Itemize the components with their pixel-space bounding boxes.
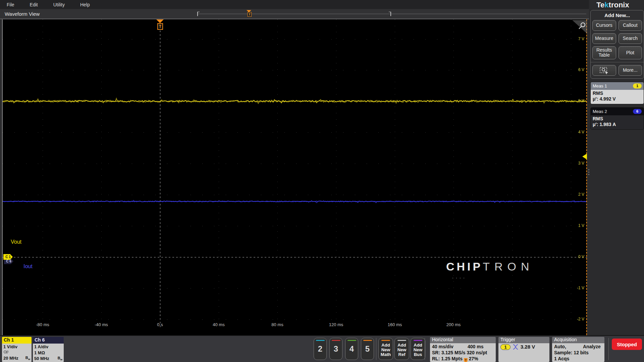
divider (425, 338, 425, 360)
meas-2-card[interactable]: Meas 2 6 RMS μ': 1.983 A (590, 107, 644, 130)
meas-2-type: RMS (593, 116, 642, 122)
record-window-bracket[interactable] (197, 12, 391, 16)
horizontal-record-length: RL: 1.25 Mpts (432, 356, 463, 361)
trigger-source-badge: 1 (500, 344, 511, 350)
acquisition-count: 1 Acqs (554, 356, 602, 362)
voltage-axis-label: 4 V (578, 130, 584, 134)
voltage-axis-label: 6 V (578, 67, 584, 72)
add-new-title: Add New... (592, 12, 642, 20)
oscilloscope-app: File Edit Utility Help Tektronix Wavefor… (0, 0, 644, 362)
waveform-graticule[interactable]: 7 V6 V5 V4 V3 V2 V1 V0 V-1 V-2 V-80 ms-4… (2, 19, 587, 335)
menu-help[interactable]: Help (80, 2, 90, 7)
plot-button[interactable]: Plot (619, 46, 642, 59)
horizontal-panel[interactable]: Horizontal 40 ms/div 400 ms SR: 3.125 MS… (430, 337, 496, 362)
trigger-position-icon: T (464, 358, 468, 362)
time-axis-label: -40 ms (95, 322, 108, 327)
ch6-bandwidth: 50 MHz (34, 356, 49, 361)
acquisition-mode: Auto, (554, 344, 566, 349)
trace-label-iout[interactable]: Iout (23, 263, 33, 269)
time-axis-label: 0 s (157, 322, 163, 327)
meas-1-source-badge: 1 (633, 83, 642, 88)
bw-limit-icon: Bw (25, 355, 30, 361)
watermark: CHIPTRON ···· (446, 260, 547, 273)
time-axis-label: 80 ms (271, 322, 283, 327)
acquisition-sample: Sample: 12 bits (554, 350, 602, 356)
voltage-axis-label: 7 V (578, 37, 584, 41)
horizontal-window: 400 ms (468, 344, 483, 350)
channel-2-button[interactable]: 2 (314, 338, 327, 360)
voltage-axis-label: -1 V (577, 286, 584, 290)
channel-5-button[interactable]: 5 (361, 338, 374, 360)
cursors-button[interactable]: Cursors (592, 20, 616, 31)
search-button[interactable]: Search (619, 33, 642, 44)
waveform-traces (3, 19, 587, 335)
ch1-badge-header: Ch 1 (2, 337, 32, 344)
meas-2-value: μ': 1.983 A (593, 122, 642, 128)
trigger-level: 3.28 V (521, 344, 535, 350)
results-table-button[interactable]: Results Table (592, 46, 616, 59)
divider (608, 338, 609, 360)
horizontal-title: Horizontal (430, 337, 496, 343)
view-selected-edge (586, 19, 587, 335)
add-new-panel: Add New... Cursors Callout Measure Searc… (590, 10, 644, 79)
ch6-badge-header: Ch 6 (33, 337, 64, 344)
add-new-ref-button[interactable]: AddNewRef (394, 338, 409, 360)
run-stop-state[interactable]: Stopped (612, 339, 642, 350)
time-axis-label: 160 ms (388, 322, 402, 327)
acquisition-panel[interactable]: Acquisition Auto, Analyze Sample: 12 bit… (552, 337, 604, 362)
meas-1-title: Meas 1 (593, 83, 607, 88)
meas-1-type: RMS (593, 90, 642, 97)
ch1-scale: 1 V/div (3, 344, 30, 350)
horizontal-sample-rate: SR: 3.125 MS/s 320 ns/pt (432, 350, 494, 356)
ch1-bandwidth: 20 MHz (3, 356, 18, 361)
ch1-badge[interactable]: Ch 1 1 V/div 20 MHz Bw (2, 337, 32, 362)
channel-3-button[interactable]: 3 (329, 338, 342, 360)
box-zoom-button[interactable] (592, 65, 616, 76)
meas-1-value: μ': 4.992 V (593, 96, 642, 102)
measure-button[interactable]: Measure (592, 33, 616, 44)
voltage-axis-label: -2 V (577, 317, 584, 321)
voltage-axis-label: 1 V (578, 223, 584, 228)
ch6-impedance: 1 MΩ (34, 350, 62, 356)
meas-2-title: Meas 2 (593, 109, 607, 114)
tektronix-logo: Tektronix (584, 1, 641, 9)
acquisition-title: Acquisition (552, 337, 604, 343)
channel-4-button[interactable]: 4 (345, 338, 358, 360)
record-trigger-label[interactable]: T (248, 12, 252, 17)
menu-bar: File Edit Utility Help (0, 0, 589, 9)
time-axis-label: 200 ms (446, 322, 461, 327)
voltage-axis-label: 2 V (578, 192, 584, 197)
trace-label-vout[interactable]: Vout (11, 239, 21, 245)
time-axis-label: -80 ms (36, 322, 49, 327)
trigger-position-icon[interactable] (156, 19, 164, 23)
horizontal-scale: 40 ms/div (432, 344, 453, 349)
either-edge-icon (512, 344, 519, 350)
divider (376, 338, 376, 360)
horizontal-trigger-position: 27% (469, 356, 478, 361)
bw-limit-icon: Bw (58, 356, 62, 362)
results-bar: Add New... Cursors Callout Measure Searc… (590, 10, 644, 130)
add-new-bus-button[interactable]: AddNewBus (411, 338, 425, 360)
probe-icon (3, 350, 9, 354)
magnifier-icon[interactable] (572, 20, 587, 34)
meas-1-card[interactable]: Meas 1 1 RMS μ': 4.992 V (590, 82, 644, 104)
time-axis-label: 120 ms (329, 322, 343, 327)
ch6-badge[interactable]: Ch 6 1 A/div 1 MΩ 50 MHz Bw (33, 337, 64, 362)
voltage-axis-label: 3 V (578, 161, 584, 166)
more-button[interactable]: More... (619, 65, 642, 76)
add-new-math-button[interactable]: AddNewMath (378, 338, 393, 360)
watermark-dots: ···· (452, 276, 467, 280)
callout-button[interactable]: Callout (619, 20, 642, 31)
menu-file[interactable]: File (7, 2, 14, 7)
trigger-level-arrow[interactable] (582, 154, 587, 160)
meas-2-source-badge: 6 (633, 109, 642, 114)
ch6-scale: 1 A/div (34, 344, 62, 350)
waveform-view-titlebar: Waveform View T (0, 9, 589, 19)
time-axis-label: 40 ms (213, 322, 224, 327)
acquisition-analyze: Analyze (583, 344, 601, 350)
trigger-panel[interactable]: Trigger 1 3.28 V (498, 337, 549, 362)
trigger-position-label[interactable]: T (157, 23, 163, 30)
splitter-grip[interactable] (588, 169, 589, 177)
menu-utility[interactable]: Utility (53, 2, 65, 7)
menu-edit[interactable]: Edit (30, 2, 38, 7)
